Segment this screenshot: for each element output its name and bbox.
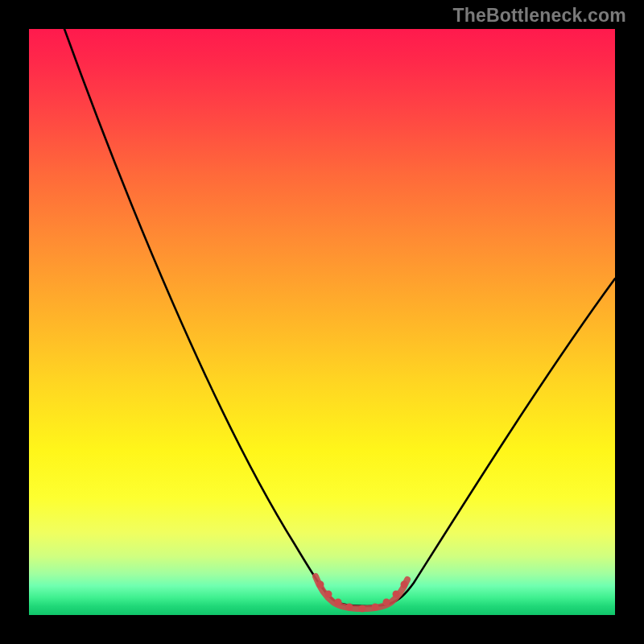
accent-dot bbox=[335, 599, 342, 606]
accent-dot bbox=[346, 604, 353, 611]
chart-frame: TheBottleneck.com bbox=[0, 0, 644, 644]
accent-dot bbox=[393, 591, 400, 598]
accent-dot bbox=[325, 591, 332, 598]
accent-dot bbox=[401, 581, 408, 588]
watermark-text: TheBottleneck.com bbox=[452, 5, 626, 27]
bottleneck-curve bbox=[64, 29, 615, 606]
accent-dot bbox=[372, 604, 379, 611]
accent-dot bbox=[359, 605, 366, 613]
accent-dot bbox=[317, 581, 324, 588]
accent-dot bbox=[383, 599, 390, 606]
curve-layer bbox=[29, 29, 615, 615]
plot-area bbox=[29, 29, 615, 615]
